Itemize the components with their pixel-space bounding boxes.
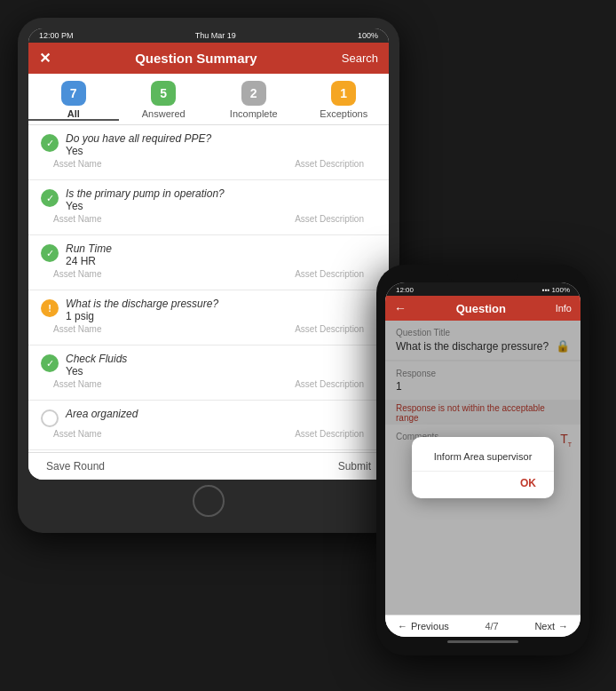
- question-answer: Yes: [66, 145, 376, 157]
- alert-dialog: Inform Area supervisor OK: [412, 437, 554, 498]
- tablet-home-button[interactable]: [193, 485, 225, 517]
- asset-name-label: Asset Name: [53, 324, 101, 334]
- phone-battery: ▪▪▪ 100%: [542, 286, 570, 294]
- previous-button[interactable]: ← Previous: [398, 621, 449, 631]
- back-button[interactable]: ←: [394, 301, 407, 315]
- tab-all[interactable]: 7 All: [28, 81, 119, 121]
- tab-answered-label: Answered: [142, 108, 186, 119]
- status-icon-check: ✓: [41, 189, 59, 207]
- tablet-screen: 12:00 PM Thu Mar 19 100% ✕ Question Summ…: [28, 28, 389, 480]
- phone-time: 12:00: [396, 286, 414, 294]
- phone-status-bar: 12:00 ▪▪▪ 100%: [385, 282, 580, 296]
- phone-header: ← Question Info: [385, 296, 580, 321]
- close-button[interactable]: ✕: [39, 50, 51, 67]
- asset-name-label: Asset Name: [53, 429, 101, 439]
- phone-home-indicator: [447, 640, 518, 643]
- tablet-date: Thu Mar 19: [195, 31, 236, 40]
- asset-desc-label: Asset Description: [295, 159, 364, 169]
- question-text: Area organized: [66, 408, 376, 420]
- phone-screen: 12:00 ▪▪▪ 100% ← Question Info Question …: [385, 282, 580, 637]
- list-item[interactable]: ! What is the discharge pressure? 1 psig…: [28, 290, 389, 346]
- status-icon-check: ✓: [41, 244, 59, 262]
- phone-notch: [447, 274, 518, 281]
- asset-desc-label: Asset Description: [295, 269, 364, 279]
- asset-desc-label: Asset Description: [295, 214, 364, 224]
- asset-name-label: Asset Name: [53, 159, 101, 169]
- question-text: Check Fluids: [66, 353, 376, 365]
- tab-answered[interactable]: 5 Answered: [119, 81, 209, 121]
- tablet-status-bar: 12:00 PM Thu Mar 19 100%: [28, 28, 389, 43]
- status-icon-warn: !: [41, 299, 59, 317]
- next-button[interactable]: Next →: [534, 621, 568, 631]
- question-answer: Yes: [66, 365, 376, 377]
- phone-bottom-nav: ← Previous 4/7 Next →: [385, 615, 580, 637]
- asset-desc-label: Asset Description: [295, 429, 364, 439]
- question-answer: 1 psig: [66, 310, 376, 322]
- tablet-header: ✕ Question Summary Search: [28, 43, 389, 74]
- asset-desc-label: Asset Description: [295, 324, 364, 334]
- submit-button[interactable]: Submit: [338, 460, 371, 473]
- next-label: Next: [534, 621, 555, 631]
- tab-incomplete-badge: 2: [241, 81, 266, 106]
- question-text: What is the discharge pressure?: [66, 298, 376, 310]
- tab-bar: 7 All 5 Answered 2 Incomplete 1 Exceptio…: [28, 74, 389, 125]
- list-item[interactable]: ✓ Run Time 24 HR Asset Name Asset Descri…: [28, 235, 389, 290]
- asset-name-label: Asset Name: [53, 379, 101, 389]
- prev-label: Previous: [411, 621, 449, 631]
- tab-answered-badge: 5: [151, 81, 176, 106]
- tablet-bottom-bar: Save Round Submit: [28, 452, 389, 480]
- save-round-button[interactable]: Save Round: [46, 460, 105, 473]
- asset-name-label: Asset Name: [53, 269, 101, 279]
- tab-incomplete[interactable]: 2 Incomplete: [209, 81, 299, 121]
- search-button[interactable]: Search: [342, 52, 378, 65]
- page-title: Question Summary: [135, 51, 257, 66]
- status-icon-empty: [41, 409, 59, 427]
- question-text: Do you have all required PPE?: [66, 132, 376, 145]
- status-icon-check: ✓: [41, 134, 59, 152]
- tab-all-badge: 7: [61, 81, 86, 106]
- phone-content: Question Title What is the discharge pre…: [385, 321, 580, 615]
- asset-name-label: Asset Name: [53, 214, 101, 224]
- phone: 12:00 ▪▪▪ 100% ← Question Info Question …: [376, 265, 589, 655]
- tablet-time: 12:00 PM: [39, 31, 74, 40]
- tablet: 12:00 PM Thu Mar 19 100% ✕ Question Summ…: [18, 18, 399, 533]
- info-button[interactable]: Info: [556, 303, 572, 314]
- tab-incomplete-label: Incomplete: [230, 108, 278, 119]
- question-text: Is the primary pump in operation?: [66, 187, 376, 200]
- alert-overlay: Inform Area supervisor OK: [385, 321, 580, 615]
- tablet-battery: 100%: [358, 31, 378, 40]
- tab-exceptions[interactable]: 1 Exceptions: [299, 81, 390, 121]
- list-item[interactable]: ✓ Is the primary pump in operation? Yes …: [28, 180, 389, 235]
- alert-ok-button[interactable]: OK: [430, 472, 536, 489]
- list-item[interactable]: Area organized Asset Name Asset Descript…: [28, 401, 389, 450]
- page-counter: 4/7: [485, 621, 498, 631]
- prev-arrow-icon: ←: [398, 621, 407, 631]
- question-list: ✓ Do you have all required PPE? Yes Asse…: [28, 125, 389, 452]
- tab-all-label: All: [67, 108, 80, 119]
- next-arrow-icon: →: [558, 621, 568, 631]
- question-text: Run Time: [66, 242, 376, 255]
- list-item[interactable]: ✓ Check Fluids Yes Asset Name Asset Desc…: [28, 346, 389, 401]
- tab-exceptions-label: Exceptions: [320, 108, 367, 119]
- tab-exceptions-badge: 1: [331, 81, 356, 106]
- asset-desc-label: Asset Description: [295, 379, 364, 389]
- alert-message: Inform Area supervisor: [430, 451, 536, 462]
- question-answer: 24 HR: [66, 255, 376, 267]
- question-answer: Yes: [66, 200, 376, 212]
- status-icon-check: ✓: [41, 354, 59, 372]
- list-item[interactable]: ✓ Do you have all required PPE? Yes Asse…: [28, 125, 389, 180]
- phone-page-title: Question: [456, 302, 506, 315]
